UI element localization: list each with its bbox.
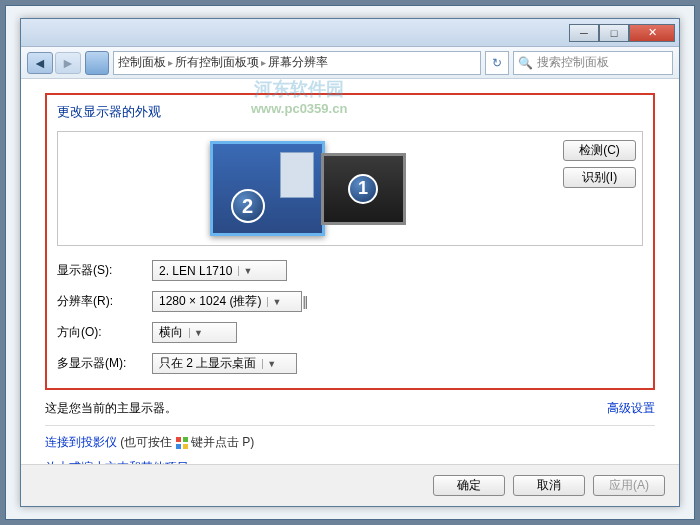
refresh-button[interactable]: ↻	[485, 51, 509, 75]
search-input[interactable]: 🔍 搜索控制面板	[513, 51, 673, 75]
chevron-right-icon: ▸	[261, 57, 266, 68]
advanced-link[interactable]: 高级设置	[607, 400, 655, 417]
slider-tick-icon: ‖	[301, 294, 309, 309]
control-panel-icon	[85, 51, 109, 75]
content-area: 河东软件园 www.pc0359.cn 更改显示器的外观 2 1 检测(C) 识…	[21, 79, 679, 464]
ok-button[interactable]: 确定	[433, 475, 505, 496]
chevron-down-icon: ▼	[267, 297, 281, 307]
combo-value: 1280 × 1024 (推荐)	[159, 293, 261, 310]
breadcrumb[interactable]: 控制面板 ▸ 所有控制面板项 ▸ 屏幕分辨率	[113, 51, 481, 75]
display-label: 显示器(S):	[57, 262, 152, 279]
monitor-1[interactable]: 1	[321, 153, 406, 225]
breadcrumb-item[interactable]: 控制面板	[118, 54, 166, 71]
nav-forward-button: ►	[55, 52, 81, 74]
orientation-combo[interactable]: 横向 ▼	[152, 322, 237, 343]
windows-logo-icon	[176, 437, 188, 449]
combo-value: 横向	[159, 324, 183, 341]
monitor-number: 1	[348, 174, 378, 204]
search-placeholder: 搜索控制面板	[537, 54, 609, 71]
detect-button[interactable]: 检测(C)	[563, 140, 636, 161]
monitor-preview: 2 1 检测(C) 识别(I)	[57, 131, 643, 246]
search-icon: 🔍	[518, 56, 533, 70]
projector-link[interactable]: 连接到投影仪 (也可按住 键并点击 P)	[45, 434, 655, 451]
multi-display-combo[interactable]: 只在 2 上显示桌面 ▼	[152, 353, 297, 374]
monitor-number: 2	[231, 189, 265, 223]
chevron-down-icon: ▼	[238, 266, 252, 276]
breadcrumb-item[interactable]: 所有控制面板项	[175, 54, 259, 71]
orientation-label: 方向(O):	[57, 324, 152, 341]
divider	[45, 425, 655, 426]
resolution-combo[interactable]: 1280 × 1024 (推荐) ▼	[152, 291, 302, 312]
maximize-button[interactable]: □	[599, 24, 629, 42]
addressbar: ◄ ► 控制面板 ▸ 所有控制面板项 ▸ 屏幕分辨率 ↻ 🔍 搜索控制面板	[21, 47, 679, 79]
titlebar: ─ □ ✕	[21, 19, 679, 47]
window: ─ □ ✕ ◄ ► 控制面板 ▸ 所有控制面板项 ▸ 屏幕分辨率 ↻ 🔍 搜索控…	[20, 18, 680, 507]
display-combo[interactable]: 2. LEN L1710 ▼	[152, 260, 287, 281]
cancel-button[interactable]: 取消	[513, 475, 585, 496]
breadcrumb-item[interactable]: 屏幕分辨率	[268, 54, 328, 71]
chevron-right-icon: ▸	[168, 57, 173, 68]
resolution-label: 分辨率(R):	[57, 293, 152, 310]
identify-button[interactable]: 识别(I)	[563, 167, 636, 188]
primary-note: 这是您当前的主显示器。	[45, 400, 177, 417]
combo-value: 2. LEN L1710	[159, 264, 232, 278]
multi-display-label: 多显示器(M):	[57, 355, 152, 372]
monitor-2[interactable]: 2	[210, 141, 325, 236]
text-size-link[interactable]: 放大或缩小文本和其他项目	[45, 459, 655, 464]
dialog-footer: 确定 取消 应用(A)	[21, 464, 679, 506]
page-title: 更改显示器的外观	[57, 103, 643, 121]
close-button[interactable]: ✕	[629, 24, 675, 42]
nav-back-button[interactable]: ◄	[27, 52, 53, 74]
minimize-button[interactable]: ─	[569, 24, 599, 42]
apply-button: 应用(A)	[593, 475, 665, 496]
combo-value: 只在 2 上显示桌面	[159, 355, 256, 372]
chevron-down-icon: ▼	[262, 359, 276, 369]
highlight-box: 更改显示器的外观 2 1 检测(C) 识别(I) 显示器(S):	[45, 93, 655, 390]
chevron-down-icon: ▼	[189, 328, 203, 338]
